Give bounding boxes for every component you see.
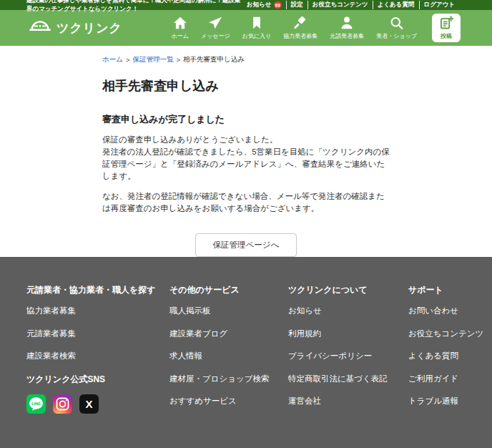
helmet-icon [29,18,51,38]
brand-name: ツクリンク [56,20,122,36]
post-icon [439,16,453,31]
nav-item-subcontractor-recruit[interactable]: 協力業者募集 [283,16,318,40]
footer-column-support: サポート お問い合わせ お役立ちコンテンツ よくある質問 ご利用ガイド トラブル… [408,284,492,419]
breadcrumb-separator: > [126,56,130,64]
notice-link[interactable]: お知らせ 99 [242,1,286,9]
footer-column-search: 元請業者・協力業者・職人を探す 協力業者募集 元請業者募集 建設業者検索 ツクリ… [26,284,169,419]
x-icon[interactable]: X [79,394,99,414]
sns-icons: LINE X [26,394,169,414]
top-banner: 建設業の仕事探しや業者探しを無料で簡単に！職人不足問題の解消に！建設業界のマッチ… [0,0,492,10]
footer-link-commercial-law[interactable]: 特定商取引法に基づく表記 [288,374,408,384]
footer: 元請業者・協力業者・職人を探す 協力業者募集 元請業者募集 建設業者検索 ツクリ… [0,257,492,448]
paragraph-line: 発注者の法人登記が確認できましたら、5営業日を目処に「ツクリンク内の保証管理ペー… [102,146,390,182]
faq-link[interactable]: よくある質問 [373,1,419,9]
bookmark-icon [251,16,262,31]
line-icon-text: LINE [31,401,41,405]
post-button-label: 投稿 [441,32,452,40]
brand-logo[interactable]: ツクリンク [29,18,122,38]
nav-item-favorites[interactable]: お気に入り [242,16,272,40]
nav-item-contractor-recruit[interactable]: 元請業者募集 [330,16,364,40]
footer-link-useful-contents[interactable]: お役立ちコンテンツ [408,328,492,339]
breadcrumb-separator: > [177,56,181,64]
paragraph-line: 保証の審査申し込みありがとうございました。 [102,134,390,146]
top-utility-links: お知らせ 99 設定 お役立ちコンテンツ よくある質問 ログアウト [242,1,459,9]
footer-link-privacy-policy[interactable]: プライバシーポリシー [288,351,408,361]
home-icon [173,16,187,31]
post-button[interactable]: 投稿 [432,14,461,42]
nav-label: お気に入り [242,32,272,40]
guarantee-page-button[interactable]: 保証管理ページへ [195,233,297,257]
logout-link[interactable]: ログアウト [419,1,460,9]
sns-header: ツクリンク公式SNS [26,374,169,386]
nav-item-home[interactable]: ホーム [172,16,189,40]
footer-link-faq[interactable]: よくある質問 [408,351,492,361]
footer-column-header: 元請業者・協力業者・職人を探す [26,284,169,296]
nav-label: メッセージ [201,32,230,40]
footer-link-subcontractor-recruit[interactable]: 協力業者募集 [26,306,169,316]
nav-items: ホーム メッセージ お気に入り [172,14,461,42]
footer-link-contact[interactable]: お問い合わせ [408,306,492,316]
footer-link-terms[interactable]: 利用規約 [288,328,408,339]
useful-contents-link[interactable]: お役立ちコンテンツ [308,1,373,9]
gavel-icon [293,16,308,31]
footer-link-news[interactable]: お知らせ [288,306,408,316]
footer-link-company-search[interactable]: 建設業者検索 [26,351,169,361]
line-icon[interactable]: LINE [26,394,46,414]
site-tagline: 建設業の仕事探しや業者探しを無料で簡単に！職人不足問題の解消に！建設業界のマッチ… [26,0,242,14]
caution-paragraph: なお、発注者の登記情報が確認できない場合、メール等で発注者の確認または再度審査の… [102,190,390,215]
nav-label: ホーム [172,32,189,40]
main-content: ホーム > 保証管理一覧 > 相手先審査申し込み 相手先審査申し込み 審査申し込… [102,46,390,257]
person-icon [340,16,354,31]
footer-link-company[interactable]: 運営会社 [288,396,408,406]
nav-item-shop-search[interactable]: 業者・ショップ [376,16,417,40]
footer-link-craftsman-board[interactable]: 職人掲示板 [169,306,288,316]
settings-link[interactable]: 設定 [286,1,308,9]
notice-link-label: お知らせ [247,1,272,9]
footer-link-recommended-services[interactable]: おすすめサービス [169,396,288,406]
footer-column-services: その他のサービス 職人掲示板 建設業者ブログ 求人情報 建材屋・プロショップ検索… [169,284,288,419]
button-row: 保証管理ページへ [102,233,390,257]
main-nav: ツクリンク ホーム メッセージ お気に入り [0,10,492,46]
footer-column-about: ツクリンクについて お知らせ 利用規約 プライバシーポリシー 特定商取引法に基づ… [288,284,408,419]
page-title: 相手先審査申し込み [102,77,390,94]
completion-heading: 審査申し込みが完了しました [102,113,390,126]
search-icon [390,16,403,31]
footer-link-guide[interactable]: ご利用ガイド [408,374,492,384]
footer-column-header: ツクリンクについて [288,284,408,296]
nav-label: 協力業者募集 [283,32,318,40]
footer-link-trouble-report[interactable]: トラブル通報 [408,396,492,406]
footer-column-header: サポート [408,284,492,296]
nav-label: 元請業者募集 [330,32,364,40]
footer-link-contractor-recruit[interactable]: 元請業者募集 [26,328,169,339]
result-notice-paragraph: 保証の審査申し込みありがとうございました。 発注者の法人登記が確認できましたら、… [102,134,390,182]
footer-link-material-shop-search[interactable]: 建材屋・プロショップ検索 [169,374,288,384]
footer-columns: 元請業者・協力業者・職人を探す 協力業者募集 元請業者募集 建設業者検索 ツクリ… [26,284,492,419]
breadcrumb-current: 相手先審査申し込み [183,55,245,64]
breadcrumb-home[interactable]: ホーム [102,55,123,64]
footer-link-blog[interactable]: 建設業者ブログ [169,328,288,339]
nav-label: 業者・ショップ [376,32,417,40]
paper-plane-icon [208,16,222,31]
nav-item-messages[interactable]: メッセージ [201,16,230,40]
breadcrumb: ホーム > 保証管理一覧 > 相手先審査申し込み [102,55,390,64]
footer-link-jobs[interactable]: 求人情報 [169,351,288,361]
breadcrumb-guarantee-list[interactable]: 保証管理一覧 [133,55,174,64]
instagram-icon[interactable] [53,394,72,414]
notice-count-badge: 99 [274,1,282,9]
footer-column-header: その他のサービス [169,284,288,296]
